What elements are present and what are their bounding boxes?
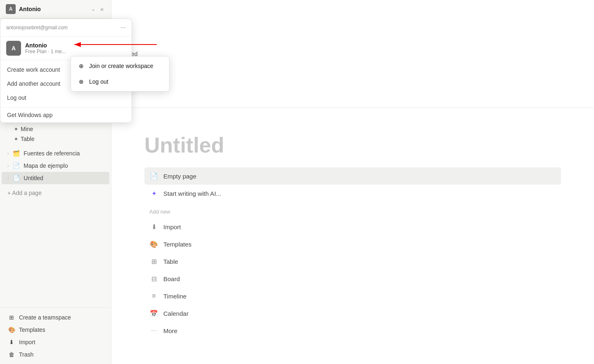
filter-mine[interactable]: Mine bbox=[0, 124, 111, 134]
more-new-label: More bbox=[163, 327, 177, 334]
content-area: Untitled Untitled 📄 Empty page ✦ Start w… bbox=[111, 0, 594, 364]
topbar: Untitled bbox=[111, 0, 594, 108]
pages-section: › 🗂️ Fuentes de referencia › 📄 Mapa de e… bbox=[0, 146, 111, 186]
import-new-label: Import bbox=[163, 223, 181, 230]
account-options-button[interactable]: ··· bbox=[120, 24, 126, 31]
logout-icon: ⊗ bbox=[78, 78, 85, 85]
sidebar-bottom: ⊞ Create a teamspace 🎨 Templates ⬇ Impor… bbox=[0, 308, 111, 364]
templates-icon: 🎨 bbox=[7, 326, 16, 334]
board-new-icon: ⊟ bbox=[149, 274, 158, 283]
page-icon: 🗂️ bbox=[12, 149, 20, 157]
join-create-workspace-label: Join or create workspace bbox=[89, 63, 153, 69]
import-label: Import bbox=[19, 339, 104, 345]
import-icon: ⬇ bbox=[7, 338, 16, 346]
logout-account-item[interactable]: Log out bbox=[0, 91, 132, 105]
trash-label: Trash bbox=[19, 351, 104, 358]
calendar-new-icon: 📅 bbox=[149, 309, 158, 318]
page-icon: 📄 bbox=[12, 174, 20, 182]
account-header: antoniojosebret@gmail.com ··· bbox=[0, 19, 132, 37]
user-plan: Free Plan · 1 me... bbox=[25, 49, 66, 54]
table-new-icon: ⊞ bbox=[149, 257, 158, 266]
templates-new-label: Templates bbox=[163, 241, 191, 248]
quick-actions: 📄 Empty page ✦ Start writing with AI... bbox=[144, 167, 561, 202]
page-untitled[interactable]: › 📄 Untitled bbox=[2, 172, 109, 184]
templates-new-item[interactable]: 🎨 Templates bbox=[144, 235, 561, 253]
add-another-account-label: Add another account bbox=[7, 80, 60, 87]
page-untitled-label: Untitled bbox=[24, 175, 104, 181]
add-page-label: + Add a page bbox=[7, 190, 42, 196]
create-work-account-label: Create work account bbox=[7, 66, 60, 73]
workspace-chevron-icon: ⌄ bbox=[91, 6, 95, 12]
more-new-item[interactable]: ··· More bbox=[144, 322, 561, 339]
page-fuentes[interactable]: › 🗂️ Fuentes de referencia bbox=[2, 147, 109, 160]
get-windows-app-item[interactable]: Get Windows app bbox=[0, 107, 132, 122]
join-create-workspace-item[interactable]: ⊕ Join or create workspace bbox=[71, 58, 169, 74]
page-title: Untitled bbox=[144, 133, 561, 157]
templates-new-icon: 🎨 bbox=[149, 240, 158, 249]
start-with-ai-item[interactable]: ✦ Start writing with AI... bbox=[144, 185, 561, 202]
workspace-submenu: ⊕ Join or create workspace ⊗ Log out bbox=[71, 56, 170, 92]
timeline-new-item[interactable]: ≡ Timeline bbox=[144, 287, 561, 305]
logout-account-label: Log out bbox=[7, 94, 26, 101]
teamspace-icon: ⊞ bbox=[7, 313, 16, 322]
page-mapa[interactable]: › 📄 Mapa de ejemplo bbox=[2, 160, 109, 172]
user-avatar: A bbox=[6, 41, 21, 56]
import-new-item[interactable]: ⬇ Import bbox=[144, 218, 561, 235]
create-teamspace-item[interactable]: ⊞ Create a teamspace bbox=[2, 311, 109, 324]
calendar-new-label: Calendar bbox=[163, 310, 189, 317]
account-dropdown: antoniojosebret@gmail.com ··· A Antonio … bbox=[0, 19, 132, 123]
app-wrapper: A Antonio ⌄ « antoniojosebret@gmail.com … bbox=[0, 0, 594, 364]
filter-table[interactable]: Table bbox=[0, 134, 111, 144]
logout-label: Log out bbox=[89, 78, 108, 85]
empty-page-label: Empty page bbox=[163, 173, 196, 180]
sidebar: A Antonio ⌄ « antoniojosebret@gmail.com … bbox=[0, 0, 111, 364]
collapse-sidebar-button[interactable]: « bbox=[99, 5, 105, 13]
logout-workspace-item[interactable]: ⊗ Log out bbox=[71, 74, 169, 89]
templates-item[interactable]: 🎨 Templates bbox=[2, 324, 109, 336]
timeline-new-icon: ≡ bbox=[149, 291, 158, 301]
trash-icon: 🗑 bbox=[7, 350, 16, 359]
workspace-avatar: A bbox=[6, 4, 16, 14]
user-name: Antonio bbox=[25, 42, 66, 49]
empty-page-icon: 📄 bbox=[149, 171, 158, 181]
page-icon: 📄 bbox=[12, 162, 20, 170]
timeline-new-label: Timeline bbox=[163, 293, 186, 300]
page-fuentes-label: Fuentes de referencia bbox=[24, 150, 104, 157]
add-page-item[interactable]: + Add a page bbox=[2, 188, 109, 198]
workspace-header[interactable]: A Antonio ⌄ « bbox=[0, 0, 111, 19]
trash-item[interactable]: 🗑 Trash bbox=[2, 348, 109, 361]
board-new-label: Board bbox=[163, 275, 180, 282]
table-new-label: Table bbox=[163, 258, 178, 265]
add-new-section-label: Add new bbox=[149, 209, 556, 215]
start-with-ai-label: Start writing with AI... bbox=[163, 190, 221, 197]
empty-page-item[interactable]: 📄 Empty page bbox=[144, 167, 561, 185]
chevron-icon: › bbox=[7, 164, 9, 168]
import-item[interactable]: ⬇ Import bbox=[2, 336, 109, 348]
user-info: Antonio Free Plan · 1 me... bbox=[25, 42, 66, 54]
bullet-icon bbox=[15, 138, 17, 140]
import-new-icon: ⬇ bbox=[149, 222, 158, 231]
get-windows-app-label: Get Windows app bbox=[7, 112, 53, 118]
account-email: antoniojosebret@gmail.com bbox=[6, 25, 68, 31]
plus-icon: ⊕ bbox=[78, 62, 85, 70]
calendar-new-item[interactable]: 📅 Calendar bbox=[144, 305, 561, 322]
ai-icon: ✦ bbox=[149, 189, 158, 198]
filter-mine-label: Mine bbox=[21, 126, 33, 132]
workspace-name: Antonio bbox=[19, 6, 91, 12]
templates-label: Templates bbox=[19, 326, 104, 333]
board-new-item[interactable]: ⊟ Board bbox=[144, 270, 561, 287]
create-teamspace-label: Create a teamspace bbox=[19, 314, 104, 321]
filter-table-label: Table bbox=[21, 136, 34, 142]
main-content: Untitled 📄 Empty page ✦ Start writing wi… bbox=[111, 108, 594, 364]
page-mapa-label: Mapa de ejemplo bbox=[24, 162, 104, 169]
table-new-item[interactable]: ⊞ Table bbox=[144, 253, 561, 270]
more-new-icon: ··· bbox=[149, 326, 158, 335]
sidebar-nav: All Mine Table › 🗂️ Fuentes de referenci… bbox=[0, 109, 111, 308]
chevron-icon: › bbox=[7, 176, 9, 181]
add-new-grid: ⬇ Import 🎨 Templates ⊞ Table ⊟ Board ≡ bbox=[144, 218, 561, 339]
chevron-icon: › bbox=[7, 151, 9, 156]
bullet-icon bbox=[15, 128, 17, 130]
